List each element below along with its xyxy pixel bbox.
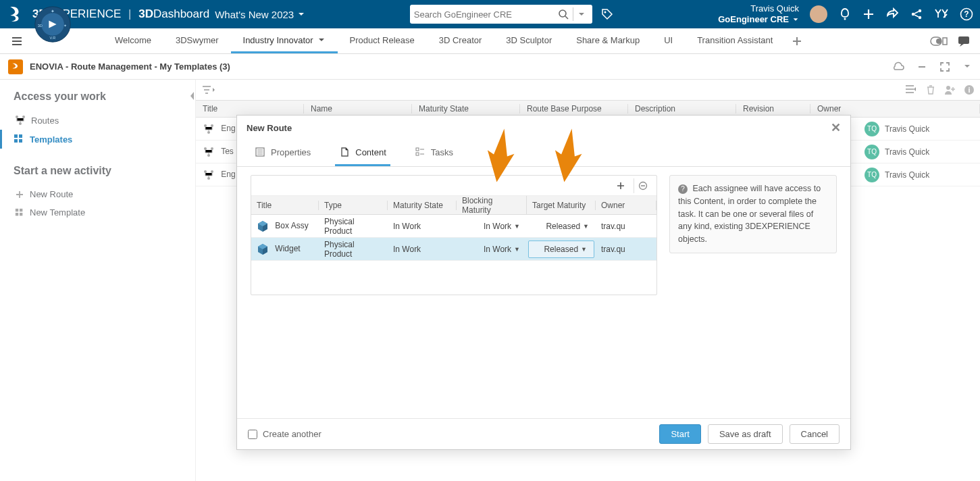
chat-icon[interactable] (957, 35, 971, 47)
close-icon[interactable]: ✕ (831, 120, 841, 135)
modal-tab-content[interactable]: Content (335, 140, 390, 166)
svg-text:?: ? (964, 9, 969, 19)
col-type[interactable]: Type (319, 201, 388, 210)
add-user-icon[interactable] (944, 84, 956, 95)
modal-tab-properties[interactable]: Properties (251, 140, 315, 166)
route-template-icon (203, 146, 215, 158)
svg-point-40 (211, 170, 213, 173)
tasks-icon (415, 147, 425, 157)
tab-welcome[interactable]: Welcome (103, 28, 163, 53)
owner-avatar: TQ (865, 168, 879, 182)
sidebar-item-new-route[interactable]: New Route (14, 185, 182, 203)
share-arrow-icon[interactable] (885, 7, 899, 21)
col-title[interactable]: Title (196, 104, 304, 113)
tab-industry-innovator[interactable]: Industry Innovator (231, 28, 338, 53)
tab-3dswymer[interactable]: 3DSwymer (163, 28, 231, 53)
fullscreen-icon[interactable] (939, 61, 950, 72)
col-target-maturity[interactable]: Target Maturity (527, 201, 596, 210)
filter-icon[interactable] (201, 84, 216, 95)
target-maturity-dropdown[interactable]: Released▼ (528, 240, 594, 258)
svg-rect-28 (16, 213, 18, 216)
add-tab-icon[interactable] (785, 36, 809, 47)
tab-3d-sculptor[interactable]: 3D Sculptor (494, 28, 564, 53)
search-icon[interactable] (555, 9, 571, 20)
search-box[interactable] (410, 5, 592, 24)
target-maturity-dropdown[interactable]: Released▼ (527, 222, 596, 231)
sidebar-item-templates[interactable]: Templates (0, 130, 182, 149)
col-name[interactable]: Name (304, 104, 412, 113)
svg-point-35 (207, 131, 210, 134)
svg-point-30 (946, 86, 950, 90)
expand-chevron-icon[interactable] (962, 61, 972, 72)
col-purpose[interactable]: Route Base Purpose (520, 104, 628, 113)
svg-point-38 (207, 154, 210, 157)
info-icon[interactable]: i (964, 84, 975, 95)
start-button[interactable]: Start (659, 424, 700, 444)
tab-ui[interactable]: UI (652, 28, 685, 53)
blocking-maturity-dropdown[interactable]: In Work▼ (457, 222, 527, 231)
add-content-icon[interactable] (612, 178, 629, 193)
search-dropdown-icon[interactable] (575, 10, 588, 18)
tab-product-release[interactable]: Product Release (338, 28, 427, 53)
svg-point-37 (211, 147, 213, 150)
sidebar-item-new-template[interactable]: New Template (14, 203, 182, 222)
create-another-checkbox[interactable]: Create another (248, 429, 321, 439)
search-input[interactable] (414, 9, 555, 20)
owner-avatar: TQ (865, 145, 879, 159)
col-revision[interactable]: Revision (736, 104, 810, 113)
cancel-button[interactable]: Cancel (790, 424, 840, 444)
plus-icon (15, 190, 24, 199)
svg-rect-27 (20, 208, 22, 211)
save-draft-button[interactable]: Save as draft (708, 424, 783, 444)
content-row[interactable]: Widget Physical Product In Work In Work▼… (251, 238, 656, 261)
whats-new-dropdown[interactable]: What's New 2023 (215, 9, 305, 20)
col-owner[interactable]: Owner (810, 104, 980, 113)
yy-icon[interactable] (934, 7, 949, 21)
minimize-icon[interactable] (917, 61, 927, 72)
sidebar-item-routes[interactable]: Routes (14, 111, 182, 130)
avatar[interactable] (810, 5, 827, 23)
content-table-header: Title Type Maturity State Blocking Matur… (251, 196, 656, 215)
cloud-icon[interactable] (891, 61, 904, 72)
toggle-view-icon[interactable] (930, 35, 948, 47)
modal-body: Title Type Maturity State Blocking Matur… (237, 167, 850, 418)
tag-icon[interactable] (600, 7, 614, 21)
svg-rect-29 (20, 213, 22, 216)
chevron-down-icon (792, 16, 799, 23)
col-blocking-maturity[interactable]: Blocking Maturity (457, 196, 527, 215)
list-view-icon[interactable] (904, 84, 918, 95)
help-icon[interactable]: ? (960, 7, 973, 21)
svg-point-36 (204, 147, 207, 150)
content-row[interactable]: Box Assy Physical Product In Work In Wor… (251, 215, 656, 238)
col-maturity[interactable]: Maturity State (412, 104, 520, 113)
top-right-actions: Travis Quick GoEngineer CRE ? (718, 3, 973, 24)
col-maturity-state[interactable]: Maturity State (388, 201, 457, 210)
svg-point-19 (16, 116, 18, 118)
properties-icon (255, 147, 265, 157)
share-nodes-icon[interactable] (910, 7, 923, 21)
notification-icon[interactable] (838, 7, 852, 21)
tab-3d-creator[interactable]: 3D Creator (427, 28, 494, 53)
remove-content-icon[interactable] (634, 178, 651, 193)
svg-point-34 (211, 124, 213, 127)
col-description[interactable]: Description (628, 104, 736, 113)
plus-icon[interactable] (862, 8, 875, 20)
svg-point-0 (559, 10, 566, 17)
modal-tab-tasks[interactable]: Tasks (411, 140, 457, 166)
col-owner[interactable]: Owner (596, 201, 656, 210)
tab-transition-assistant[interactable]: Transition Assistant (685, 28, 785, 53)
chevron-down-icon (297, 10, 305, 18)
compass-icon[interactable]: ✦ 3D ✦ V.R (34, 5, 72, 43)
col-title[interactable]: Title (251, 201, 319, 210)
hamburger-icon[interactable] (5, 35, 28, 47)
app-title-actions (891, 61, 972, 72)
svg-rect-43 (416, 148, 419, 151)
svg-point-6 (919, 16, 921, 19)
user-info[interactable]: Travis Quick GoEngineer CRE (718, 3, 799, 24)
modal-title: New Route (247, 123, 292, 133)
blocking-maturity-dropdown[interactable]: In Work▼ (457, 245, 527, 254)
tab-share-markup[interactable]: Share & Markup (564, 28, 652, 53)
svg-rect-24 (14, 139, 18, 143)
delete-icon[interactable] (926, 84, 935, 95)
chevron-down-icon (317, 36, 326, 44)
